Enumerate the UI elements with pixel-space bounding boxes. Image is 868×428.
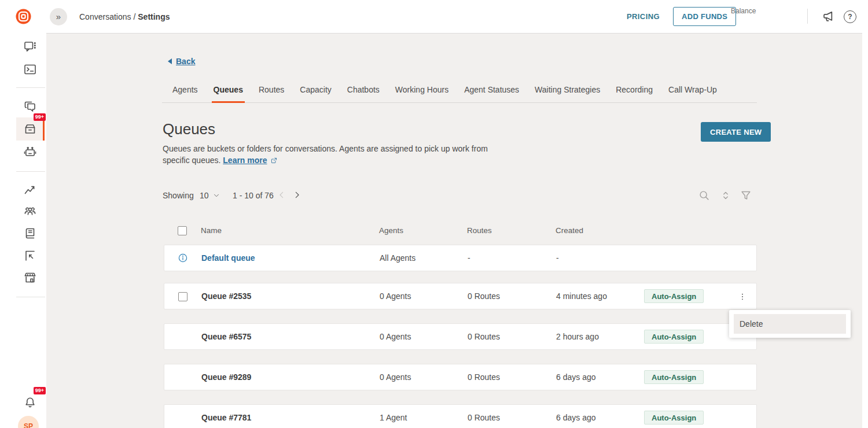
settings-tabs: Agents Queues Routes Capacity Chatbots W…	[162, 85, 757, 103]
robot-icon	[23, 145, 37, 159]
back-arrow-icon	[168, 58, 172, 64]
infobip-logo[interactable]	[16, 9, 31, 24]
agents-cell: All Agents	[380, 245, 415, 271]
kebab-icon	[738, 292, 747, 301]
table-row-queue-7781[interactable]: Queue #7781 1 Agent 0 Routes 6 days ago …	[164, 404, 757, 428]
sidebar-expand-button[interactable]: »	[50, 8, 67, 25]
tab-routes[interactable]: Routes	[259, 85, 284, 94]
pricing-link[interactable]: PRICING	[627, 0, 660, 33]
prev-page-button[interactable]	[277, 190, 291, 204]
routes-cell: 0 Routes	[468, 405, 500, 428]
search-icon	[698, 189, 711, 202]
chevron-left-icon	[277, 190, 286, 200]
table-header: Name Agents Routes Created	[164, 220, 757, 242]
chevron-right-icon	[292, 190, 301, 200]
created-cell: 4 minutes ago	[556, 283, 607, 309]
sidebar-item-inbox-active[interactable]: 99+	[16, 117, 44, 141]
storefront-icon	[23, 271, 37, 285]
terminal-icon	[23, 62, 37, 76]
filter-icon	[740, 189, 752, 202]
megaphone-icon	[822, 9, 837, 24]
learn-more-link[interactable]: Learn more	[223, 156, 267, 165]
queue-name[interactable]: Queue #6575	[201, 324, 251, 349]
create-new-button[interactable]: CREATE NEW	[701, 122, 771, 142]
info-icon[interactable]	[178, 245, 188, 271]
line-chart-icon	[23, 183, 37, 197]
showing-label: Showing	[163, 191, 194, 200]
sidebar-item-chatbots[interactable]	[16, 141, 44, 164]
next-page-button[interactable]	[292, 190, 306, 204]
column-header-name: Name	[201, 226, 222, 235]
auto-assign-badge: Auto-Assign	[644, 370, 704, 384]
tab-waiting-strategies[interactable]: Waiting Strategies	[535, 85, 600, 94]
breadcrumb-page: Settings	[138, 12, 170, 21]
column-header-agents: Agents	[379, 226, 403, 235]
balance-label: Balance	[731, 7, 756, 15]
tab-chatbots[interactable]: Chatbots	[347, 85, 380, 94]
queue-name[interactable]: Queue #7781	[201, 405, 251, 428]
breadcrumb-section[interactable]: Conversations /	[79, 12, 135, 21]
sidebar-item-exchange[interactable]	[16, 244, 44, 267]
sidebar-item-marketplace[interactable]	[16, 266, 44, 289]
announcements-button[interactable]	[822, 9, 837, 24]
tab-queues[interactable]: Queues	[214, 85, 243, 94]
routes-cell: 0 Routes	[468, 364, 500, 390]
breadcrumb[interactable]: Conversations / Settings	[79, 0, 170, 33]
duplicate-chats-icon	[23, 100, 37, 114]
sidebar-item-analytics[interactable]	[16, 178, 44, 201]
delete-menu-item[interactable]: Delete	[734, 314, 846, 334]
agents-cell: 1 Agent	[380, 405, 407, 428]
sidebar-item-moments[interactable]	[16, 35, 44, 58]
page-title: Queues	[163, 120, 215, 138]
table-row-default-queue[interactable]: Default queue All Agents - -	[164, 245, 757, 271]
select-all-checkbox[interactable]	[178, 226, 187, 235]
page-size-select[interactable]: 10	[200, 191, 220, 200]
queue-name[interactable]: Queue #2535	[201, 283, 251, 309]
chat-dots-icon	[23, 40, 37, 54]
queue-name[interactable]: Queue #9289	[201, 364, 251, 390]
table-row-queue-2535[interactable]: Queue #2535 0 Agents 0 Routes 4 minutes …	[164, 283, 757, 309]
flag-cursor-icon	[23, 249, 37, 263]
add-funds-button[interactable]: ADD FUNDS	[673, 7, 736, 26]
notifications-button[interactable]: 99+	[16, 391, 44, 414]
book-icon	[23, 227, 37, 241]
search-button[interactable]	[698, 189, 712, 203]
row-checkbox[interactable]	[178, 292, 187, 301]
help-button[interactable]: ?	[844, 10, 856, 23]
tab-agent-statuses[interactable]: Agent Statuses	[464, 85, 519, 94]
chevron-double-right-icon: »	[56, 12, 61, 21]
back-link[interactable]: Back	[168, 57, 195, 66]
sidebar-item-people[interactable]	[16, 200, 44, 223]
agents-cell: 0 Agents	[380, 364, 411, 390]
tab-recording[interactable]: Recording	[616, 85, 653, 94]
auto-assign-badge: Auto-Assign	[644, 289, 704, 303]
tab-working-hours[interactable]: Working Hours	[395, 85, 448, 94]
header-divider	[807, 9, 808, 24]
auto-assign-badge: Auto-Assign	[644, 411, 704, 425]
filter-button[interactable]	[740, 189, 753, 203]
agents-cell: 0 Agents	[380, 324, 411, 349]
logo-icon	[16, 9, 31, 24]
row-menu-button[interactable]	[735, 289, 750, 304]
routes-cell: -	[468, 245, 470, 271]
table-row-queue-9289[interactable]: Queue #9289 0 Agents 0 Routes 6 days ago…	[164, 364, 757, 390]
created-cell: -	[556, 245, 559, 271]
top-header: » Conversations / Settings PRICING ADD F…	[0, 0, 868, 33]
range-text: 1 - 10 of 76	[233, 191, 274, 200]
sort-button[interactable]	[719, 189, 733, 203]
question-mark-icon: ?	[848, 13, 852, 21]
queue-name-link[interactable]: Default queue	[201, 245, 255, 271]
archive-box-icon	[23, 122, 37, 136]
tab-capacity[interactable]: Capacity	[300, 85, 331, 94]
sidebar-divider	[16, 297, 45, 297]
sidebar-item-catalog[interactable]	[16, 222, 44, 245]
auto-assign-badge: Auto-Assign	[644, 330, 704, 344]
tab-call-wrap-up[interactable]: Call Wrap-Up	[668, 85, 717, 94]
sort-icon	[719, 189, 732, 202]
user-avatar[interactable]: SP	[18, 416, 39, 428]
routes-cell: 0 Routes	[468, 324, 500, 349]
sidebar-item-developer-tools[interactable]	[16, 58, 44, 81]
table-row-queue-6575[interactable]: Queue #6575 0 Agents 0 Routes 2 hours ag…	[164, 323, 757, 350]
tab-agents[interactable]: Agents	[172, 85, 198, 94]
column-header-created: Created	[556, 226, 583, 235]
